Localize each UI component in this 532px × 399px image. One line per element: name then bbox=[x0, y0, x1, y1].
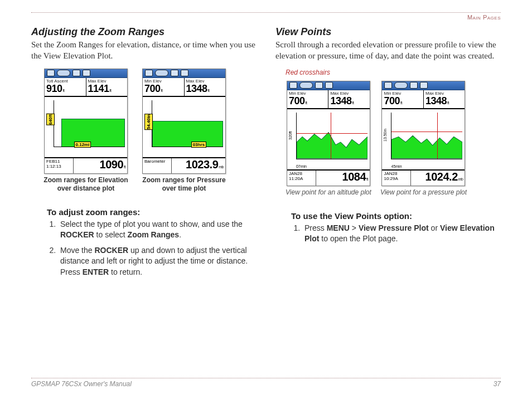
instr-step-1-right: Press MENU > View Pressure Plot or View … bbox=[302, 223, 501, 245]
instr-title-left: To adjust zoom ranges: bbox=[47, 207, 257, 217]
device-stats: Min Elev 700ft Max Elev 1348ft bbox=[287, 90, 370, 109]
stat-min-elev: Min Elev 700ft bbox=[143, 78, 185, 96]
left-intro: Set the Zoom Ranges for elevation, dista… bbox=[31, 39, 257, 62]
stat-totl-ascent: Totl Ascent 910ft bbox=[45, 78, 86, 96]
device-stats: Min Elev 700ft Max Elev 1348ft bbox=[143, 78, 225, 96]
toolbar-icon bbox=[155, 70, 168, 76]
crosshair-vertical bbox=[437, 113, 438, 159]
device-toolbar bbox=[382, 81, 465, 90]
zoom-horizontal-label: 0.12mi bbox=[74, 142, 91, 148]
toolbar-icon bbox=[83, 70, 90, 76]
device-pressure-time: Min Elev 700ft Max Elev 1348ft 54 bbox=[139, 69, 229, 193]
toolbar-icon bbox=[57, 70, 70, 76]
device-bottom: Barometer 1023.9mb bbox=[143, 158, 225, 173]
device-screen-1: Totl Ascent 910ft Max Elev 1141ft bbox=[44, 69, 128, 174]
section-name: Main Pages bbox=[31, 14, 501, 21]
toolbar-icon bbox=[325, 82, 333, 89]
plot-area-3: 320ft 07min bbox=[287, 109, 370, 170]
stat-min-elev: Min Elev 700ft bbox=[382, 90, 424, 108]
device-stats: Totl Ascent 910ft Max Elev 1141ft bbox=[45, 78, 127, 96]
instr-title-right: To use the View Points option: bbox=[291, 211, 501, 221]
device-screen-4: Min Elev 700ft Max Elev 1348ft 13.50in bbox=[381, 81, 465, 186]
toolbar-icon bbox=[47, 70, 55, 76]
device-caption-4: View point for a pressure plot bbox=[380, 188, 467, 197]
device-pressure-viewpoint: Min Elev 700ft Max Elev 1348ft 13.50in bbox=[380, 81, 467, 197]
toolbar-icon bbox=[72, 70, 80, 76]
device-toolbar bbox=[45, 69, 127, 78]
footer-title: GPSMAP 76CSx Owner's Manual bbox=[31, 380, 132, 388]
page-content: Main Pages Adjusting the Zoom Ranges Set… bbox=[0, 0, 532, 282]
toolbar-icon bbox=[289, 82, 297, 89]
toolbar-icon bbox=[315, 82, 323, 89]
device-bottom: JAN28 10:29A 1024.2mb bbox=[382, 170, 465, 186]
instr-step-2: Move the ROCKER up and down to adjust th… bbox=[58, 245, 257, 278]
device-bottom: JAN28 11:20A 1084ft bbox=[287, 170, 370, 186]
left-instructions: To adjust zoom ranges: Select the type o… bbox=[31, 207, 257, 278]
plot-area-2: 54.40in 03hrs bbox=[143, 96, 225, 158]
stat-max-elev: Max Elev 1348ft bbox=[185, 78, 226, 96]
device-caption-2: Zoom ranges for Pressure over time plot bbox=[139, 176, 229, 193]
crosshair-horizontal bbox=[391, 132, 462, 132]
device-elev-distance: Totl Ascent 910ft Max Elev 1141ft bbox=[41, 69, 130, 193]
toolbar-icon bbox=[394, 82, 408, 89]
toolbar-icon bbox=[410, 82, 418, 89]
left-column: Adjusting the Zoom Ranges Set the Zoom R… bbox=[31, 26, 257, 282]
zoom-horizontal-label: 03hrs bbox=[191, 142, 206, 148]
device-altitude-viewpoint: Min Elev 700ft Max Elev 1348ft 320ft bbox=[286, 81, 371, 197]
device-toolbar bbox=[143, 69, 225, 78]
left-heading: Adjusting the Zoom Ranges bbox=[31, 26, 257, 38]
device-toolbar bbox=[287, 81, 370, 90]
zoom-vertical-label: 54.40in bbox=[144, 114, 153, 130]
device-stats: Min Elev 700ft Max Elev 1348ft bbox=[382, 90, 465, 109]
right-instructions: To use the View Points option: Press MEN… bbox=[275, 211, 501, 245]
stat-max-elev: Max Elev 1348ft bbox=[328, 90, 370, 108]
device-caption-3: View point for an altitude plot bbox=[286, 188, 371, 197]
zoom-vertical-label: 640ft bbox=[46, 114, 55, 125]
two-column-layout: Adjusting the Zoom Ranges Set the Zoom R… bbox=[31, 26, 501, 282]
stat-max-elev: Max Elev 1141ft bbox=[86, 78, 128, 96]
crosshair-vertical bbox=[331, 113, 331, 159]
stat-max-elev: Max Elev 1348ft bbox=[424, 90, 465, 108]
right-device-row: Min Elev 700ft Max Elev 1348ft 320ft bbox=[275, 81, 501, 197]
toolbar-icon bbox=[181, 70, 188, 76]
toolbar-icon bbox=[384, 82, 392, 89]
toolbar-icon bbox=[145, 70, 153, 76]
instr-step-1: Select the type of plot you want to show… bbox=[58, 219, 257, 241]
red-crosshairs-label: Red crosshairs bbox=[286, 69, 501, 76]
stat-min-elev: Min Elev 700ft bbox=[287, 90, 329, 108]
page-number: 37 bbox=[494, 380, 501, 388]
toolbar-icon bbox=[299, 82, 313, 89]
right-intro: Scroll through a recorded elevation or p… bbox=[275, 39, 501, 62]
left-device-row: Totl Ascent 910ft Max Elev 1141ft bbox=[31, 69, 257, 193]
plot-area-4: 13.50in 45min bbox=[382, 109, 465, 170]
toolbar-icon bbox=[171, 70, 178, 76]
device-screen-2: Min Elev 700ft Max Elev 1348ft 54 bbox=[142, 69, 226, 174]
device-bottom: FEB11 1:12:13 1090ft bbox=[45, 158, 127, 173]
header-rule bbox=[31, 12, 501, 13]
device-screen-3: Min Elev 700ft Max Elev 1348ft 320ft bbox=[287, 81, 370, 186]
plot-area-1: 640ft 0.12mi bbox=[45, 96, 127, 158]
device-caption-1: Zoom ranges for Elevation over distance … bbox=[41, 176, 130, 193]
page-footer: GPSMAP 76CSx Owner's Manual 37 bbox=[31, 378, 501, 388]
crosshair-horizontal bbox=[297, 133, 367, 134]
toolbar-icon bbox=[420, 82, 428, 89]
right-heading: View Points bbox=[275, 26, 501, 38]
right-column: View Points Scroll through a recorded el… bbox=[275, 26, 501, 282]
